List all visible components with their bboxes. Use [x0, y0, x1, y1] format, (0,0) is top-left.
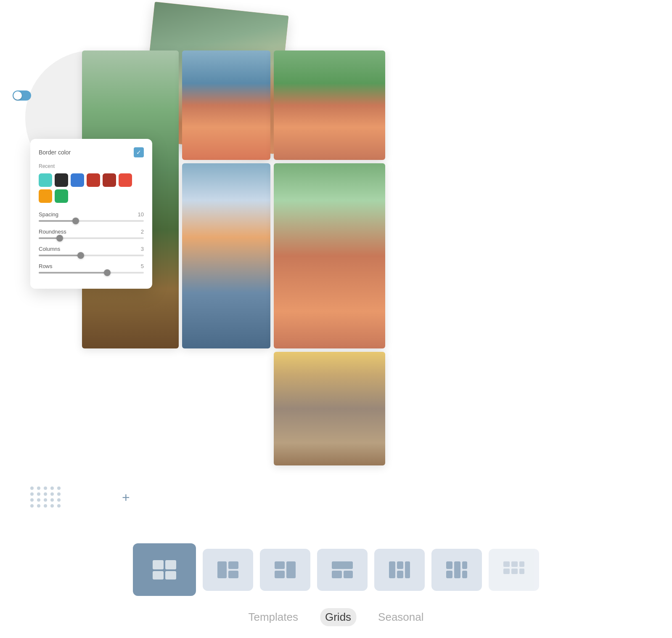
grid-icon-4 [331, 561, 354, 579]
slider-label-row: Spacing 10 [39, 211, 144, 218]
template-card-2[interactable] [203, 549, 253, 591]
decoration-dot [50, 498, 54, 502]
template-card-7[interactable] [489, 549, 539, 591]
border-color-panel: Border color ✓ Recent Spacing 10 Roundne… [30, 139, 152, 289]
svg-rect-21 [462, 571, 467, 578]
slider-fill [39, 272, 107, 274]
template-card-4[interactable] [317, 549, 368, 591]
slider-value-text: 5 [141, 263, 144, 269]
decoration-dot [57, 498, 61, 502]
color-swatch-teal[interactable] [39, 173, 52, 187]
decoration-dot [50, 492, 54, 496]
svg-rect-3 [165, 571, 176, 580]
svg-rect-12 [344, 571, 353, 578]
toggle-area [13, 90, 31, 101]
slider-label-text: Rows [39, 263, 53, 269]
color-swatch-yellow[interactable] [39, 189, 52, 203]
sliders-container: Spacing 10 Roundness 2 Columns 3 [39, 211, 144, 274]
svg-rect-2 [153, 571, 164, 580]
slider-columns: Columns 3 [39, 246, 144, 256]
decoration-dot [44, 498, 47, 502]
panel-check-button[interactable]: ✓ [134, 147, 144, 157]
tab-templates[interactable]: Templates [243, 608, 303, 626]
decoration-dot [30, 492, 34, 496]
decoration-dot [37, 486, 40, 490]
decoration-dot [37, 498, 40, 502]
slider-roundness: Roundness 2 [39, 229, 144, 239]
decoration-dot [30, 504, 34, 508]
template-strip [133, 543, 539, 596]
grid-icon-7 [503, 561, 525, 579]
svg-rect-0 [153, 560, 164, 569]
svg-rect-5 [228, 561, 238, 569]
color-swatch-black[interactable] [55, 173, 68, 187]
template-card-active[interactable] [133, 543, 196, 596]
slider-thumb[interactable] [72, 218, 79, 224]
slider-track[interactable] [39, 237, 144, 239]
toggle-switch[interactable] [13, 90, 31, 101]
panel-header: Border color ✓ [39, 147, 144, 157]
svg-rect-27 [519, 569, 524, 574]
slider-label-text: Spacing [39, 211, 58, 218]
slider-thumb[interactable] [77, 252, 84, 259]
svg-rect-24 [519, 561, 524, 567]
slider-fill [39, 255, 81, 256]
slider-thumb[interactable] [56, 235, 63, 242]
slider-label-text: Roundness [39, 229, 66, 235]
decoration-dot [30, 498, 34, 502]
grid-icon-2 [217, 561, 239, 579]
decoration-dot [44, 492, 47, 496]
slider-label-row: Roundness 2 [39, 229, 144, 235]
color-swatch-blue[interactable] [71, 173, 84, 187]
grid-icon-6 [445, 561, 468, 579]
decoration-dot [57, 486, 61, 490]
slider-fill [39, 220, 76, 222]
tab-grids[interactable]: Grids [320, 608, 356, 626]
slider-value-text: 3 [141, 246, 144, 252]
decoration-dot [44, 486, 47, 490]
grid-icon-5 [388, 561, 411, 579]
template-card-6[interactable] [431, 549, 482, 591]
svg-rect-11 [332, 571, 342, 578]
slider-rows: Rows 5 [39, 263, 144, 274]
svg-rect-20 [446, 571, 452, 578]
svg-rect-9 [286, 561, 296, 578]
svg-rect-25 [503, 569, 510, 574]
svg-rect-16 [397, 571, 403, 578]
svg-rect-4 [217, 561, 227, 578]
photo-cell-5 [274, 163, 385, 348]
color-swatch-red-dark[interactable] [103, 173, 116, 187]
template-card-5[interactable] [374, 549, 425, 591]
slider-track[interactable] [39, 220, 144, 222]
slider-value-text: 2 [141, 229, 144, 235]
svg-rect-17 [446, 561, 452, 569]
photo-cell-6 [274, 352, 385, 465]
svg-rect-18 [454, 561, 460, 578]
color-swatches [39, 173, 144, 203]
check-icon: ✓ [136, 149, 141, 156]
svg-rect-14 [397, 561, 403, 569]
tab-bar: Templates Grids Seasonal [243, 608, 429, 626]
slider-thumb[interactable] [104, 269, 111, 276]
svg-rect-8 [275, 571, 285, 578]
slider-track[interactable] [39, 255, 144, 256]
photo-cell-4 [182, 163, 270, 348]
color-swatch-red[interactable] [119, 173, 132, 187]
slider-track[interactable] [39, 272, 144, 274]
template-card-3[interactable] [260, 549, 310, 591]
svg-rect-10 [332, 561, 353, 569]
slider-label-row: Rows 5 [39, 263, 144, 269]
tab-seasonal[interactable]: Seasonal [373, 608, 429, 626]
photo-cell-2 [182, 51, 270, 160]
slider-label-row: Columns 3 [39, 246, 144, 252]
svg-rect-13 [389, 561, 395, 578]
color-swatch-dark-red[interactable] [87, 173, 100, 187]
plus-icon[interactable]: + [122, 490, 130, 505]
slider-spacing: Spacing 10 [39, 211, 144, 222]
color-swatch-green[interactable] [55, 189, 68, 203]
svg-rect-6 [228, 571, 238, 578]
slider-value-text: 10 [138, 211, 144, 218]
svg-rect-19 [462, 561, 467, 569]
decoration-dot [57, 504, 61, 508]
decoration-dot [50, 504, 54, 508]
